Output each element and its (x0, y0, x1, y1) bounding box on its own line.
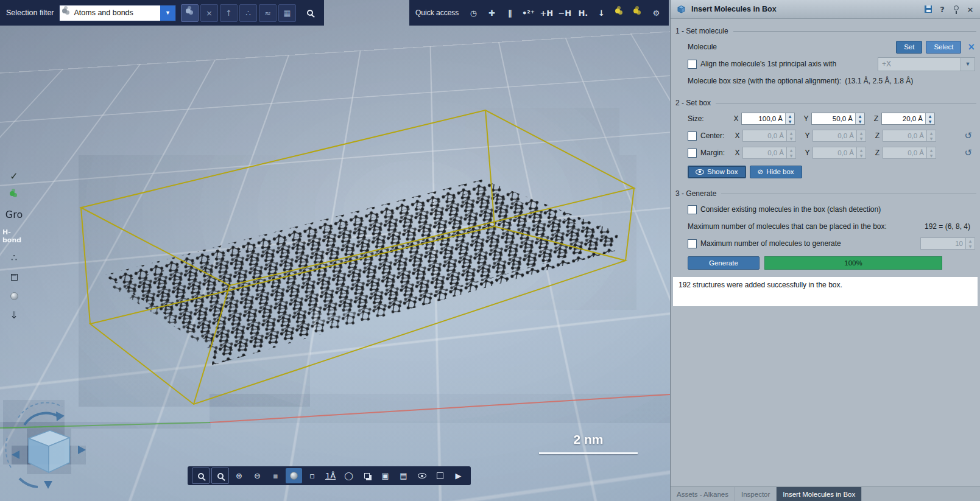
view-mode-icon[interactable] (286, 468, 302, 483)
layers-icon[interactable]: ▤ (395, 468, 412, 483)
zoom-in-icon[interactable]: ⊕ (231, 468, 247, 483)
zoom-region-icon[interactable] (211, 468, 229, 484)
remove-hydrogens-icon[interactable]: −H (556, 4, 573, 21)
clear-molecule-button[interactable]: × (967, 41, 975, 52)
help-icon[interactable]: ? (938, 5, 947, 14)
orbit-icon[interactable]: ◯ (340, 468, 357, 483)
hide-box-button[interactable]: ⊘ Hide box (750, 166, 802, 178)
add-molecule-icon[interactable]: ✚ (483, 4, 500, 21)
validate-check-icon[interactable]: ✓ (10, 170, 18, 182)
clash-detection-label: Consider existing molecules in the box (… (700, 205, 881, 214)
align-axis-dropdown[interactable]: +X ▼ (878, 57, 975, 71)
set-button-label: Set (904, 43, 914, 51)
deselect-icon[interactable]: × (200, 4, 218, 22)
gromacs-icon[interactable]: Gro (5, 209, 23, 220)
zoom-selection-icon[interactable] (192, 468, 210, 484)
section-set-box-title: 2 - Set box (675, 99, 976, 107)
box-tool-icon[interactable] (11, 272, 18, 282)
h-bond-icon[interactable]: H-bond (2, 228, 26, 244)
tab-insert-molecules-in-box[interactable]: Insert Molecules in Box (777, 487, 862, 501)
snapshot-icon[interactable]: ▣ (377, 468, 393, 483)
size-y-value[interactable]: 50,0 Å (812, 113, 855, 124)
section-generate-title: 3 - Generate (675, 189, 976, 198)
visibility-eye-icon[interactable] (414, 468, 430, 483)
close-icon[interactable]: × (966, 5, 975, 14)
selection-filter-toolbar: Selection filter Atoms and bonds ▼ ×↑∴≈▦ (0, 0, 324, 26)
history-icon[interactable]: ◷ (465, 4, 482, 21)
center-y-value: 0,0 Å (813, 130, 856, 141)
chevron-down-icon[interactable]: ▼ (160, 5, 175, 21)
add-hydrogens-icon[interactable]: +H (538, 4, 555, 21)
expand-selection-icon[interactable]: ∴ (239, 4, 257, 22)
margin-reset-button[interactable]: ↺ (964, 147, 972, 158)
pin-icon[interactable] (952, 5, 961, 13)
play-icon[interactable]: ▶ (450, 468, 467, 483)
forcefield-icon[interactable] (10, 190, 18, 201)
sphere-tool-icon[interactable] (10, 290, 18, 301)
size-z-input[interactable]: 20,0 Å ▲▼ (881, 113, 935, 125)
clash-detection-checkbox[interactable] (688, 205, 697, 214)
settings-gear-icon[interactable]: ⚙ (647, 4, 664, 21)
center-x-input[interactable]: 0,0 Å ▲▼ (742, 130, 796, 142)
plane-icon[interactable]: ▫ (304, 468, 320, 483)
charge-icon[interactable]: •²⁺ (520, 4, 537, 21)
import-icon[interactable]: ⇓ (10, 309, 18, 321)
background-icon[interactable]: ▪ (267, 468, 284, 483)
panel-header-icons: ?× (924, 5, 975, 14)
select-group-icon[interactable] (181, 4, 199, 22)
set-molecule-button[interactable]: Set (896, 41, 922, 54)
size-y-spinner[interactable]: ▲▼ (855, 113, 864, 124)
selection-filter-dropdown[interactable]: Atoms and bonds ▼ (59, 5, 176, 21)
size-z-spinner[interactable]: ▲▼ (925, 113, 934, 124)
visualization-icon[interactable] (629, 4, 646, 21)
max-generate-input[interactable]: 10 ▲▼ (920, 237, 975, 250)
margin-y-spinner: ▲▼ (856, 147, 865, 158)
select-molecule-button[interactable]: Select (926, 41, 961, 54)
visual-preset-icon[interactable] (611, 4, 628, 21)
molecule-scene (0, 0, 670, 501)
tab-assets-alkanes[interactable]: Assets - Alkanes (671, 487, 735, 501)
progress-bar: 100% (764, 256, 942, 270)
align-axis-checkbox[interactable] (688, 60, 697, 69)
molecule-box-size-value: (13.1 Å, 2.5 Å, 1.8 Å) (845, 77, 913, 85)
bond-tool-icon[interactable]: ∥ (501, 4, 518, 21)
duplicate-icon[interactable] (359, 468, 375, 483)
max-generate-row: Maximum number of molecules to generate … (688, 237, 975, 250)
max-generate-checkbox[interactable] (688, 239, 697, 248)
margin-x-input[interactable]: 0,0 Å ▲▼ (742, 147, 796, 159)
select-similar-icon[interactable]: ≈ (259, 4, 277, 22)
show-box-button[interactable]: Show box (688, 166, 746, 178)
angstrom-scale-icon[interactable]: 1Å (322, 468, 339, 483)
margin-checkbox[interactable] (688, 149, 697, 158)
search-icon[interactable] (301, 5, 318, 21)
center-z-axis-label: Z (875, 131, 880, 140)
margin-z-input[interactable]: 0,0 Å ▲▼ (883, 147, 936, 159)
size-x-value[interactable]: 100,0 Å (742, 113, 785, 124)
zoom-out-icon[interactable]: ⊖ (249, 468, 266, 483)
select-parent-icon[interactable]: ↑ (220, 4, 238, 22)
save-icon[interactable] (924, 5, 932, 13)
generate-button[interactable]: Generate (688, 256, 760, 270)
minimize-icon[interactable]: ↓ (593, 4, 610, 21)
center-y-input[interactable]: 0,0 Å ▲▼ (813, 130, 866, 142)
center-label: Center: (700, 131, 731, 140)
panel-header: Insert Molecules in Box ?× (671, 0, 980, 19)
particles-icon[interactable]: ∴ (11, 252, 17, 264)
size-x-input[interactable]: 100,0 Å ▲▼ (741, 113, 795, 125)
sphere-tool-icon (10, 292, 18, 300)
clash-detection-row: Consider existing molecules in the box (… (688, 203, 975, 216)
size-x-spinner[interactable]: ▲▼ (785, 113, 794, 124)
tab-inspector[interactable]: Inspector (735, 487, 777, 501)
margin-y-input[interactable]: 0,0 Å ▲▼ (813, 147, 866, 159)
navigation-cube[interactable] (1, 393, 93, 496)
box-size-row: Size: X 100,0 Å ▲▼ Y 50,0 Å ▲▼ Z (688, 112, 975, 125)
viewport-3d[interactable]: 2 nm Selection filter Atoms and bonds ▼ … (0, 0, 670, 501)
box-selection-icon[interactable]: ▦ (278, 4, 296, 22)
size-y-input[interactable]: 50,0 Å ▲▼ (811, 113, 865, 125)
fullscreen-icon[interactable] (432, 468, 448, 483)
center-reset-button[interactable]: ↺ (964, 130, 972, 141)
center-z-input[interactable]: 0,0 Å ▲▼ (883, 130, 936, 142)
hydrogen-icon[interactable]: H. (574, 4, 591, 21)
center-checkbox[interactable] (688, 131, 697, 141)
size-z-value[interactable]: 20,0 Å (882, 113, 925, 124)
